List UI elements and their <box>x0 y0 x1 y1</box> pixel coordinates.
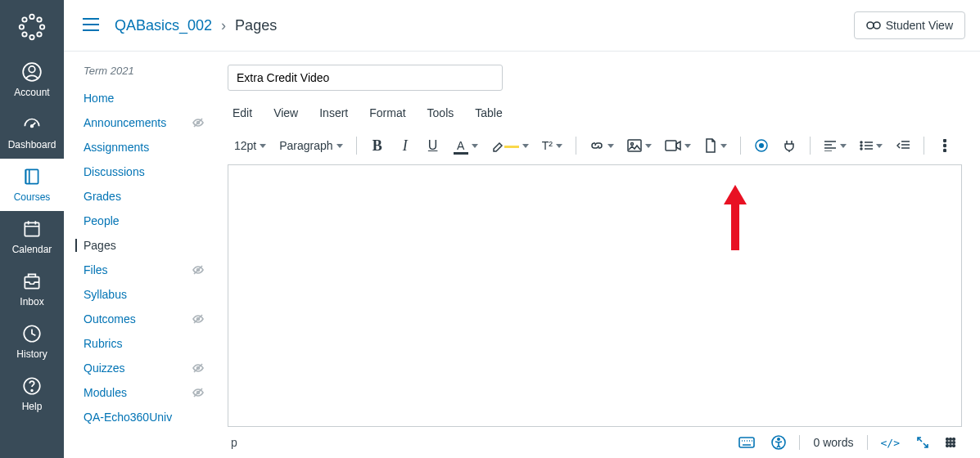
course-nav-item-outcomes[interactable]: Outcomes <box>84 312 219 326</box>
course-nav-item-grades[interactable]: Grades <box>84 190 219 203</box>
apps-plugin-button[interactable] <box>777 133 802 158</box>
link-dropdown[interactable] <box>585 133 619 158</box>
text-color-dropdown[interactable]: A <box>449 133 483 158</box>
course-nav-item-modules[interactable]: Modules <box>84 386 219 399</box>
underline-button[interactable]: U <box>421 133 445 158</box>
list-dropdown[interactable] <box>855 133 887 158</box>
bullet-list-icon <box>860 140 873 151</box>
course-nav-item-quizzes[interactable]: Quizzes <box>84 361 219 375</box>
book-icon <box>20 165 43 188</box>
user-circle-icon <box>20 61 43 83</box>
student-view-button[interactable]: Student View <box>854 11 965 39</box>
plug-icon <box>782 138 797 153</box>
course-nav-item-rubrics[interactable]: Rubrics <box>84 337 219 350</box>
course-nav-link[interactable]: Files <box>84 263 108 276</box>
svg-point-5 <box>37 17 41 21</box>
element-path[interactable]: p <box>231 436 237 449</box>
more-toolbar-button[interactable] <box>933 133 957 158</box>
block-format-dropdown[interactable]: Paragraph <box>274 133 347 158</box>
word-count[interactable]: 0 words <box>810 434 856 451</box>
breadcrumb-course[interactable]: QABasics_002 <box>115 17 212 34</box>
svg-point-9 <box>29 66 35 73</box>
course-nav-link[interactable]: Grades <box>84 190 121 203</box>
record-media-button[interactable] <box>749 133 774 158</box>
canvas-logo-icon[interactable] <box>16 11 47 43</box>
menu-insert[interactable]: Insert <box>316 104 351 122</box>
course-nav-item-assignments[interactable]: Assignments <box>84 141 219 154</box>
help-icon <box>20 375 43 397</box>
course-nav-link[interactable]: Pages <box>84 239 116 252</box>
chevron-down-icon <box>260 144 266 148</box>
course-nav-item-home[interactable]: Home <box>84 92 219 105</box>
svg-point-45 <box>950 445 952 447</box>
course-nav-link[interactable]: Home <box>84 92 114 105</box>
course-nav-item-pages[interactable]: Pages <box>75 239 219 252</box>
bold-button[interactable]: B <box>365 133 390 158</box>
course-nav-link[interactable]: Outcomes <box>84 312 136 326</box>
course-nav-item-files[interactable]: Files <box>84 263 219 276</box>
editor-menubar: EditViewInsertFormatToolsTable <box>228 101 962 130</box>
chevron-down-icon <box>876 144 883 148</box>
document-dropdown[interactable] <box>699 133 732 158</box>
course-nav-link[interactable]: Modules <box>84 386 127 399</box>
course-nav-link[interactable]: Syllabus <box>84 288 127 301</box>
editor-column: EditViewInsertFormatToolsTable 12pt Para… <box>219 52 980 458</box>
svg-point-46 <box>953 445 955 447</box>
course-nav-item-announcements[interactable]: Announcements <box>84 116 219 129</box>
outdent-button[interactable] <box>891 133 915 158</box>
global-nav-account[interactable]: Account <box>0 54 64 106</box>
font-size-dropdown[interactable]: 12pt <box>229 133 271 158</box>
global-nav-inbox[interactable]: Inbox <box>0 263 64 316</box>
glasses-icon <box>866 20 881 30</box>
course-nav-link[interactable]: Quizzes <box>84 361 125 375</box>
course-nav-link[interactable]: QA-Echo360Univ <box>84 411 172 424</box>
html-editor-button[interactable]: </> <box>878 435 903 451</box>
course-nav-link[interactable]: People <box>84 214 120 227</box>
accessibility-checker-button[interactable] <box>768 433 789 451</box>
course-nav-item-syllabus[interactable]: Syllabus <box>84 288 219 301</box>
global-nav-dashboard[interactable]: Dashboard <box>0 106 64 159</box>
course-nav-link[interactable]: Announcements <box>84 116 166 129</box>
global-nav-label: Inbox <box>20 296 43 308</box>
menu-tools[interactable]: Tools <box>424 104 458 122</box>
svg-rect-12 <box>25 222 38 236</box>
italic-button[interactable]: I <box>393 133 418 158</box>
menu-format[interactable]: Format <box>366 104 409 122</box>
image-dropdown[interactable] <box>622 133 657 158</box>
hidden-eye-icon <box>192 361 205 375</box>
page-title-input[interactable] <box>228 65 503 91</box>
svg-point-16 <box>31 390 33 392</box>
menu-table[interactable]: Table <box>472 104 505 122</box>
svg-point-0 <box>29 15 34 19</box>
inbox-icon <box>20 270 43 293</box>
global-nav-label: History <box>16 348 47 360</box>
keyboard-shortcuts-button[interactable] <box>735 435 758 450</box>
global-nav-courses[interactable]: Courses <box>0 159 64 211</box>
superscript-dropdown[interactable]: T² <box>537 133 567 158</box>
dashboard-icon <box>20 113 43 136</box>
hidden-eye-icon <box>192 312 205 326</box>
rich-text-area[interactable] <box>228 164 962 427</box>
course-nav-item-qa-echo360univ[interactable]: QA-Echo360Univ <box>84 411 219 424</box>
course-nav-link[interactable]: Assignments <box>84 141 149 154</box>
svg-point-10 <box>31 125 34 128</box>
course-nav-item-people[interactable]: People <box>84 214 219 227</box>
course-nav-link[interactable]: Rubrics <box>84 337 122 350</box>
menu-view[interactable]: View <box>270 104 301 122</box>
highlight-color-dropdown[interactable] <box>486 133 534 158</box>
chevron-down-icon <box>607 144 614 148</box>
hamburger-icon[interactable] <box>79 14 103 38</box>
global-nav-help[interactable]: Help <box>0 368 64 420</box>
media-dropdown[interactable] <box>660 133 696 158</box>
svg-rect-35 <box>739 438 754 447</box>
more-status-button[interactable] <box>942 436 959 449</box>
course-nav-item-discussions[interactable]: Discussions <box>84 165 219 178</box>
global-nav: AccountDashboardCoursesCalendarInboxHist… <box>0 0 64 458</box>
align-dropdown[interactable] <box>819 133 851 158</box>
global-nav-calendar[interactable]: Calendar <box>0 211 64 263</box>
global-nav-history[interactable]: History <box>0 316 64 368</box>
menu-edit[interactable]: Edit <box>229 104 255 122</box>
course-nav: Term 2021 HomeAnnouncementsAssignmentsDi… <box>64 52 219 458</box>
fullscreen-button[interactable] <box>913 434 933 451</box>
course-nav-link[interactable]: Discussions <box>84 165 145 178</box>
